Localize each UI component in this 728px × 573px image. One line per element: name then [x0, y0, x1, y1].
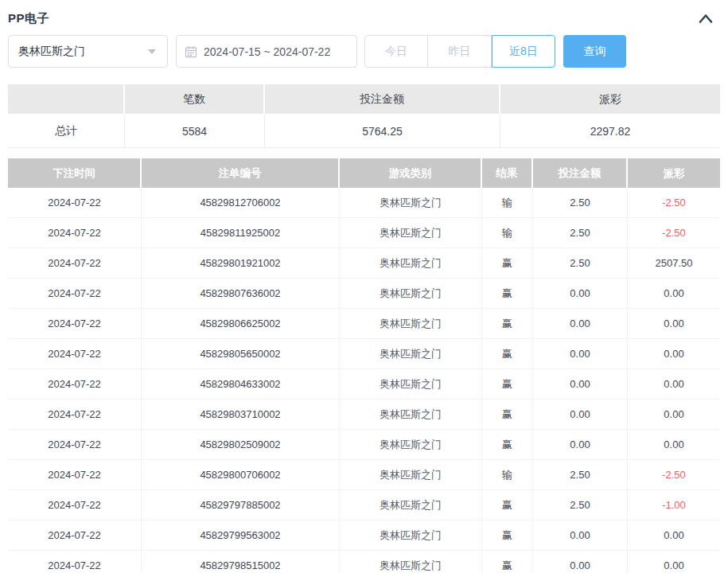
bet-amount-cell: 0.00 [533, 339, 628, 369]
table-row: 2024-07-22 45829801921002 奥林匹斯之门 赢 2.50 … [8, 248, 720, 279]
order-number-cell: 45829802509002 [142, 430, 340, 460]
date-quick-filter-group: 今日 昨日 近8日 [364, 35, 555, 68]
chevron-down-icon [148, 49, 156, 54]
table-row: 2024-07-22 45829800706002 奥林匹斯之门 输 2.50 … [8, 460, 720, 490]
game-category-cell: 奥林匹斯之门 [340, 309, 482, 339]
bet-amount-cell: 0.00 [533, 309, 628, 339]
table-header-cell: 注单编号 [142, 158, 340, 188]
date-range-value: 2024-07-15 ~ 2024-07-22 [204, 45, 330, 58]
order-number-cell: 45829803710002 [142, 400, 340, 430]
result-cell: 输 [482, 218, 533, 248]
summary-header-cell: 投注金额 [265, 84, 500, 114]
table-header-cell: 派彩 [628, 158, 720, 188]
result-cell: 输 [482, 188, 533, 218]
table-row: 2024-07-22 45829803710002 奥林匹斯之门 赢 0.00 … [8, 400, 720, 430]
yesterday-button[interactable]: 昨日 [428, 35, 492, 68]
game-select[interactable]: 奥林匹斯之门 [8, 35, 168, 68]
chevron-up-icon [698, 13, 714, 24]
last-8-days-button[interactable]: 近8日 [492, 35, 555, 68]
payout-cell: -2.50 [628, 218, 720, 248]
game-category-cell: 奥林匹斯之门 [340, 490, 482, 520]
table-row: 2024-07-22 45829805650002 奥林匹斯之门 赢 0.00 … [8, 339, 720, 369]
bet-amount-cell: 2.50 [533, 188, 628, 218]
bet-amount-cell: 0.00 [533, 430, 628, 460]
table-header-cell: 结果 [482, 158, 533, 188]
summary-total-label: 总计 [8, 115, 125, 148]
summary-total-row: 总计 5584 5764.25 2297.82 [8, 115, 720, 148]
order-number-cell: 45829798515002 [142, 551, 340, 573]
game-category-cell: 奥林匹斯之门 [340, 218, 482, 248]
result-cell: 赢 [482, 339, 533, 369]
bet-time-cell: 2024-07-22 [8, 460, 142, 490]
summary-total-count: 5584 [125, 115, 265, 148]
result-cell: 赢 [482, 400, 533, 430]
order-number-cell: 45829806625002 [142, 309, 340, 339]
summary-header-cell: 笔数 [125, 84, 265, 114]
filter-bar: 奥林匹斯之门 2024-07-15 ~ 2024-07-22 今日 昨日 近8日… [8, 35, 720, 68]
table-row: 2024-07-22 45829797885002 奥林匹斯之门 赢 2.50 … [8, 490, 720, 520]
bet-amount-cell: 0.00 [533, 551, 628, 573]
payout-cell: 2507.50 [628, 248, 720, 279]
result-cell: 赢 [482, 520, 533, 551]
table-header-cell: 游戏类别 [340, 158, 482, 188]
bet-time-cell: 2024-07-22 [8, 248, 142, 279]
game-category-cell: 奥林匹斯之门 [340, 460, 482, 490]
bet-time-cell: 2024-07-22 [8, 339, 142, 369]
bet-amount-cell: 0.00 [533, 520, 628, 551]
today-button[interactable]: 今日 [364, 35, 428, 68]
order-number-cell: 45829800706002 [142, 460, 340, 490]
bet-amount-cell: 2.50 [533, 218, 628, 248]
table-row: 2024-07-22 45829806625002 奥林匹斯之门 赢 0.00 … [8, 309, 720, 339]
search-button[interactable]: 查询 [563, 35, 626, 68]
table-row: 2024-07-22 45829798515002 奥林匹斯之门 赢 0.00 … [8, 551, 720, 573]
bet-records-table-body: 2024-07-22 45829812706002 奥林匹斯之门 输 2.50 … [8, 188, 720, 573]
result-cell: 赢 [482, 551, 533, 573]
bet-time-cell: 2024-07-22 [8, 551, 142, 573]
calendar-icon [185, 45, 197, 58]
summary-table: 笔数投注金额派彩 总计 5584 5764.25 2297.82 [8, 84, 720, 148]
order-number-cell: 45829805650002 [142, 339, 340, 369]
bet-amount-cell: 0.00 [533, 400, 628, 430]
game-category-cell: 奥林匹斯之门 [340, 339, 482, 369]
date-range-picker[interactable]: 2024-07-15 ~ 2024-07-22 [176, 35, 357, 68]
payout-cell: -2.50 [628, 460, 720, 490]
game-category-cell: 奥林匹斯之门 [340, 279, 482, 309]
result-cell: 赢 [482, 248, 533, 279]
collapse-button[interactable] [693, 13, 718, 24]
table-row: 2024-07-22 45829807636002 奥林匹斯之门 赢 0.00 … [8, 279, 720, 309]
bet-records-table-header: 下注时间注单编号游戏类别结果投注金额派彩 [8, 158, 720, 188]
order-number-cell: 45829811925002 [142, 218, 340, 248]
panel-header: PP电子 [8, 0, 720, 27]
payout-cell: 0.00 [628, 551, 720, 573]
game-category-cell: 奥林匹斯之门 [340, 520, 482, 551]
payout-cell: -2.50 [628, 188, 720, 218]
payout-cell: 0.00 [628, 309, 720, 339]
bet-amount-cell: 2.50 [533, 490, 628, 520]
result-cell: 赢 [482, 279, 533, 309]
result-cell: 赢 [482, 430, 533, 460]
table-row: 2024-07-22 45829811925002 奥林匹斯之门 输 2.50 … [8, 218, 720, 248]
table-row: 2024-07-22 45829802509002 奥林匹斯之门 赢 0.00 … [8, 430, 720, 460]
payout-cell: 0.00 [628, 430, 720, 460]
bet-time-cell: 2024-07-22 [8, 369, 142, 400]
bet-time-cell: 2024-07-22 [8, 279, 142, 309]
game-category-cell: 奥林匹斯之门 [340, 248, 482, 279]
order-number-cell: 45829807636002 [142, 279, 340, 309]
bet-time-cell: 2024-07-22 [8, 309, 142, 339]
order-number-cell: 45829801921002 [142, 248, 340, 279]
bet-amount-cell: 2.50 [533, 460, 628, 490]
bet-amount-cell: 0.00 [533, 369, 628, 400]
game-category-cell: 奥林匹斯之门 [340, 400, 482, 430]
payout-cell: 0.00 [628, 400, 720, 430]
summary-header-cell: 派彩 [500, 84, 720, 114]
game-select-value: 奥林匹斯之门 [18, 45, 85, 59]
summary-table-header: 笔数投注金额派彩 [8, 84, 720, 114]
table-header-cell: 下注时间 [8, 158, 142, 188]
order-number-cell: 45829797885002 [142, 490, 340, 520]
result-cell: 赢 [482, 309, 533, 339]
pp-dianzi-panel: PP电子 奥林匹斯之门 2024-07-15 ~ 2024- [0, 0, 728, 573]
table-row: 2024-07-22 45829812706002 奥林匹斯之门 输 2.50 … [8, 188, 720, 218]
result-cell: 赢 [482, 369, 533, 400]
bet-time-cell: 2024-07-22 [8, 520, 142, 551]
payout-cell: -1.00 [628, 490, 720, 520]
